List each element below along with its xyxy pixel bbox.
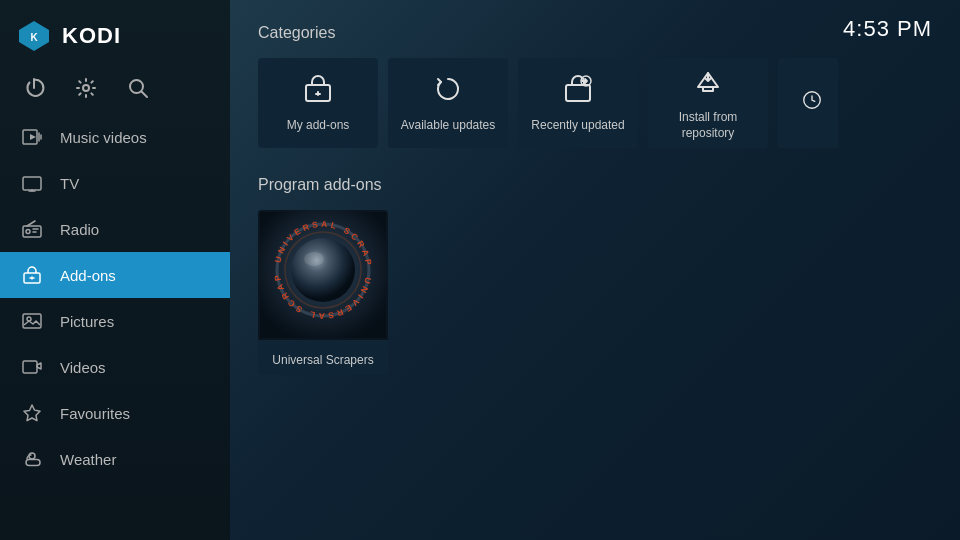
addon-label-universal-scrapers: Universal Scrapers bbox=[272, 353, 373, 367]
sidebar-label-music-videos: Music videos bbox=[60, 129, 147, 146]
category-my-add-ons[interactable]: My add-ons bbox=[258, 58, 378, 148]
sidebar-item-tv[interactable]: TV bbox=[0, 160, 230, 206]
categories-title: Categories bbox=[258, 24, 932, 42]
favourites-icon bbox=[20, 401, 44, 425]
settings-button[interactable] bbox=[72, 74, 100, 102]
search-button[interactable] bbox=[124, 74, 152, 102]
recently-updated-icon bbox=[562, 73, 594, 110]
addons-grid: UNIVERSAL SCRAPERS UNIVERSAL SCRAPERS Un… bbox=[258, 210, 932, 375]
svg-rect-15 bbox=[566, 85, 590, 101]
sidebar-label-tv: TV bbox=[60, 175, 79, 192]
my-add-ons-icon bbox=[302, 73, 334, 110]
sidebar-item-pictures[interactable]: Pictures bbox=[0, 298, 230, 344]
svg-rect-12 bbox=[23, 361, 37, 373]
svg-point-21 bbox=[291, 238, 355, 302]
program-addons-title: Program add-ons bbox=[258, 176, 932, 194]
tv-icon bbox=[20, 171, 44, 195]
my-add-ons-label: My add-ons bbox=[287, 118, 350, 134]
svg-marker-5 bbox=[30, 134, 36, 140]
weather-icon bbox=[20, 447, 44, 471]
sidebar-item-videos[interactable]: Videos bbox=[0, 344, 230, 390]
category-recently-updated[interactable]: Recently updated bbox=[518, 58, 638, 148]
app-title: KODI bbox=[62, 23, 121, 49]
sidebar-item-favourites[interactable]: Favourites bbox=[0, 390, 230, 436]
sidebar-label-radio: Radio bbox=[60, 221, 99, 238]
svg-point-2 bbox=[83, 85, 89, 91]
clock: 4:53 PM bbox=[843, 16, 932, 42]
sidebar-label-add-ons: Add-ons bbox=[60, 267, 116, 284]
sidebar-header: K KODI bbox=[0, 0, 230, 70]
svg-point-13 bbox=[29, 453, 35, 459]
addon-thumbnail: UNIVERSAL SCRAPERS UNIVERSAL SCRAPERS bbox=[258, 210, 388, 340]
available-updates-label: Available updates bbox=[401, 118, 496, 134]
available-updates-icon bbox=[432, 73, 464, 110]
install-from-repository-label: Install from repository bbox=[679, 110, 738, 141]
music-videos-icon bbox=[20, 125, 44, 149]
svg-point-22 bbox=[304, 252, 324, 266]
sidebar-nav: Music videos TV bbox=[0, 114, 230, 540]
main-content: 4:53 PM Categories My add-ons Ava bbox=[230, 0, 960, 540]
sidebar-controls bbox=[0, 70, 230, 114]
category-install-from-repository[interactable]: Install from repository bbox=[648, 58, 768, 148]
videos-icon bbox=[20, 355, 44, 379]
category-partial[interactable] bbox=[778, 58, 838, 148]
sidebar-item-weather[interactable]: Weather bbox=[0, 436, 230, 482]
sidebar-item-add-ons[interactable]: Add-ons bbox=[0, 252, 230, 298]
sidebar-label-favourites: Favourites bbox=[60, 405, 130, 422]
kodi-logo-icon: K bbox=[16, 18, 52, 54]
svg-rect-10 bbox=[23, 314, 41, 328]
addon-universal-scrapers[interactable]: UNIVERSAL SCRAPERS UNIVERSAL SCRAPERS Un… bbox=[258, 210, 388, 375]
recently-updated-label: Recently updated bbox=[531, 118, 624, 134]
addon-icon bbox=[20, 263, 44, 287]
svg-point-8 bbox=[26, 230, 30, 234]
sidebar-item-music-videos[interactable]: Music videos bbox=[0, 114, 230, 160]
svg-text:K: K bbox=[30, 32, 38, 43]
sidebar-label-videos: Videos bbox=[60, 359, 106, 376]
install-from-repository-icon bbox=[692, 65, 724, 102]
sidebar-label-pictures: Pictures bbox=[60, 313, 114, 330]
power-button[interactable] bbox=[20, 74, 48, 102]
sidebar-item-radio[interactable]: Radio bbox=[0, 206, 230, 252]
sidebar-label-weather: Weather bbox=[60, 451, 116, 468]
sidebar: K KODI bbox=[0, 0, 230, 540]
svg-rect-6 bbox=[23, 177, 41, 190]
category-available-updates[interactable]: Available updates bbox=[388, 58, 508, 148]
partial-icon bbox=[801, 86, 823, 120]
categories-grid: My add-ons Available updates bbox=[258, 58, 932, 148]
radio-icon bbox=[20, 217, 44, 241]
pictures-icon bbox=[20, 309, 44, 333]
